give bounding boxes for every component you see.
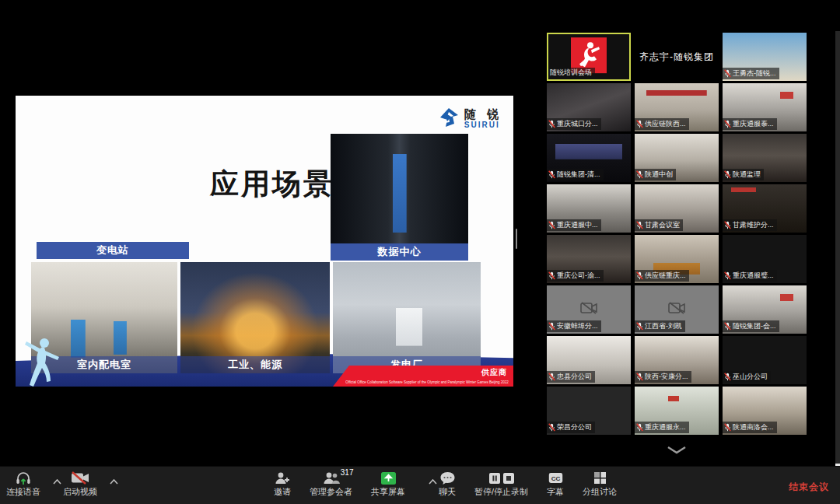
participant-tile[interactable]: 陕通商洛会... [723, 387, 807, 435]
share-screen-button[interactable]: 共享屏幕 [371, 467, 405, 496]
end-meeting-button[interactable]: 结束会议 [789, 481, 829, 494]
share-options-chevron[interactable] [429, 467, 437, 488]
participant-name-label: 供应链重庆... [635, 270, 689, 282]
participant-name-label: 陕西-安康分... [635, 371, 691, 383]
participant-name-label: 随锐集团-清... [547, 169, 604, 180]
participant-tile[interactable]: 江西省-刘凯 [635, 285, 719, 334]
participant-tile[interactable]: 重庆通服璧... [723, 235, 807, 283]
meeting-toolbar: 连接语音 启动视频 [0, 466, 840, 504]
share-screen-label: 共享屏幕 [371, 488, 405, 496]
participant-name-label: 重庆通服永... [635, 422, 689, 433]
participant-tile[interactable]: 供应链陕西... [635, 83, 719, 131]
participant-count-badge: 317 [341, 469, 354, 477]
participant-tile[interactable]: 重庆通服中... [547, 184, 631, 233]
participant-name-label: 荣昌分公司 [547, 422, 595, 433]
panel-collapse-handle[interactable] [516, 229, 517, 249]
participant-name-text: 重庆城口分... [557, 121, 598, 128]
record-icon [488, 471, 515, 485]
participant-tile[interactable]: 甘肃会议室 [635, 184, 719, 233]
audio-options-chevron[interactable] [53, 467, 61, 496]
chevron-up-icon [110, 479, 118, 485]
participant-tile[interactable]: 重庆通服永... [635, 387, 719, 435]
svg-text:CC: CC [551, 475, 560, 482]
participant-tile[interactable]: 陕通监理 [723, 134, 807, 182]
mic-muted-icon [548, 170, 555, 179]
panel-scrollbar-track[interactable] [835, 31, 840, 504]
video-disabled-icon [668, 302, 685, 314]
chat-button[interactable]: 聊天 [439, 467, 456, 496]
participant-tile[interactable]: 供应链重庆... [635, 235, 719, 283]
participant-name-text: 重庆通服泰... [733, 121, 774, 128]
connect-audio-button[interactable]: 连接语音 [6, 467, 40, 496]
participant-name-text: 重庆通服璧... [733, 272, 774, 279]
invite-label: 邀请 [274, 488, 291, 496]
participant-name-text: 王勇杰-随锐... [733, 70, 776, 77]
suirui-logo-icon [437, 107, 460, 130]
mic-muted-icon [724, 271, 731, 280]
manage-participants-button[interactable]: 317 管理参会者 [310, 467, 352, 496]
participant-tile[interactable]: 随锐集团-清... [547, 134, 631, 182]
participant-tile[interactable]: 陕通中创 [635, 134, 719, 182]
captions-button[interactable]: CC 字幕 [547, 467, 564, 496]
participant-name-text: 江西省-刘凯 [645, 323, 682, 330]
mic-muted-icon [636, 221, 643, 229]
breakout-rooms-button[interactable]: 分组讨论 [583, 467, 617, 496]
scene-caption: 数据中心 [331, 243, 468, 261]
camera-off-slash-icon [71, 471, 89, 485]
participant-name-text: 甘肃会议室 [645, 222, 680, 229]
video-options-chevron[interactable] [110, 467, 118, 496]
participant-name-label: 随锐集团-会... [723, 320, 779, 332]
mic-muted-icon [636, 170, 643, 179]
mic-muted-icon [724, 120, 731, 128]
participant-name-label: 忠县分公司 [547, 371, 595, 383]
logo-text-cn: 随 锐 [464, 108, 502, 120]
participant-name-text: 随锐集团-清... [557, 171, 600, 178]
connect-audio-label: 连接语音 [6, 488, 40, 496]
participant-tile[interactable]: 王勇杰-随锐... [723, 33, 807, 81]
scroll-more-participants[interactable] [663, 443, 691, 456]
scene-industry-energy-photo: 工业、能源 [180, 262, 330, 373]
participants-icon: 317 [323, 471, 340, 485]
captions-label: 字幕 [547, 488, 564, 496]
participant-name-label: 陕通监理 [723, 169, 764, 180]
mic-muted-icon [548, 271, 555, 280]
participant-tile[interactable]: 巫山分公司 [723, 336, 807, 384]
mic-muted-icon [724, 221, 731, 229]
participant-tile[interactable]: 随锐集团-会... [723, 285, 807, 334]
mic-muted-icon [636, 423, 643, 432]
mic-muted-icon [548, 423, 555, 432]
participant-grid: 随锐培训会场 齐志宇-随锐集团 王勇杰-随锐... [547, 33, 807, 435]
participant-name-text: 重庆通服中... [557, 222, 598, 229]
record-label: 暂停/停止录制 [474, 488, 528, 496]
participant-tile[interactable]: 安徽蚌埠分... [547, 285, 631, 334]
mic-muted-icon [636, 373, 643, 381]
participant-tile[interactable]: 重庆城口分... [547, 83, 631, 131]
scene-caption: 工业、能源 [180, 356, 330, 373]
mic-muted-icon [724, 423, 731, 432]
chevron-down-icon [667, 446, 687, 454]
participant-name-label: 陕通中创 [635, 169, 676, 180]
participant-tile[interactable]: 重庆通服泰... [723, 83, 807, 131]
participant-tile[interactable]: 齐志宇-随锐集团 [635, 33, 719, 81]
participant-name-text: 荣昌分公司 [557, 424, 592, 431]
scene-datacenter-photo: 数据中心 [331, 134, 468, 261]
participant-name-label: 供应链陕西... [635, 118, 689, 130]
logo-text-en: SUIRUI [464, 121, 502, 129]
participant-name-label: 重庆通服泰... [723, 118, 777, 130]
participant-tile[interactable]: 甘肃维护分... [723, 184, 807, 233]
scene-caption: 变电站 [37, 242, 189, 259]
pause-stop-record-button[interactable]: 暂停/停止录制 [474, 467, 528, 496]
participant-tile[interactable]: 陕西-安康分... [635, 336, 719, 384]
start-video-button[interactable]: 启动视频 [63, 467, 97, 496]
invite-icon [275, 471, 290, 485]
chevron-up-icon [429, 479, 437, 485]
invite-button[interactable]: 邀请 [274, 467, 291, 496]
participant-tile[interactable]: 荣昌分公司 [547, 387, 631, 435]
participant-name-label: 重庆城口分... [547, 118, 601, 130]
participant-name-text: 陕通中创 [645, 171, 673, 178]
olympic-supplier-ribbon: 供应商 Official Office Collaboration Softwa… [333, 366, 513, 387]
participant-tile[interactable]: 忠县分公司 [547, 336, 631, 384]
participant-name-label: 巫山分公司 [723, 371, 771, 383]
participant-tile[interactable]: 随锐培训会场 [547, 33, 631, 81]
participant-tile[interactable]: 重庆公司-渝... [547, 235, 631, 283]
